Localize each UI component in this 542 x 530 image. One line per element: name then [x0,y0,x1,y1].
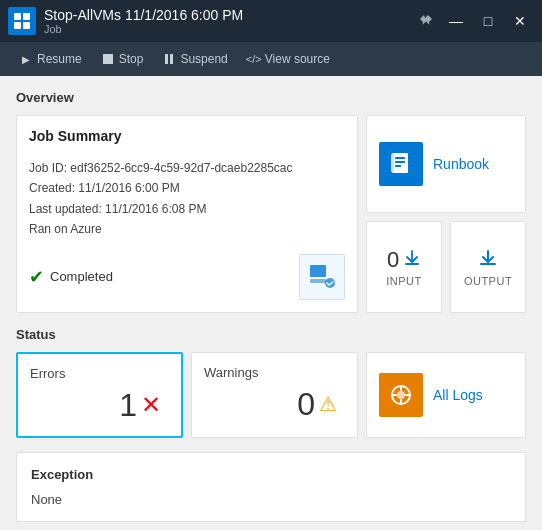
all-logs-icon-box [379,373,423,417]
svg-rect-0 [14,13,21,20]
svg-rect-11 [391,154,394,172]
window-subtitle: Job [44,23,243,35]
error-x-icon: ✕ [141,391,161,419]
runbook-card[interactable]: Runbook [366,115,526,213]
stop-icon [102,53,114,65]
status-section-label: Status [16,327,526,342]
exception-title: Exception [31,467,511,482]
warnings-value-row: 0 ⚠ [204,386,345,423]
metrics-row: 0 INPUT [366,221,526,313]
suspend-button[interactable]: Suspend [155,48,235,70]
input-value: 0 [387,247,399,273]
toolbar: ▶ Resume Stop Suspend </> View source [0,42,542,76]
errors-card[interactable]: Errors 1 ✕ [16,352,183,438]
summary-icon-box [299,254,345,300]
svg-rect-4 [310,265,326,277]
created: Created: 11/1/2016 6:00 PM [29,178,345,198]
input-label: INPUT [386,275,422,287]
svg-rect-12 [405,263,419,265]
svg-rect-3 [23,22,30,29]
svg-rect-2 [14,22,21,29]
stop-label: Stop [119,52,144,66]
all-logs-label: All Logs [433,387,483,403]
exception-card: Exception None [16,452,526,522]
status-grid: Errors 1 ✕ Warnings 0 ⚠ All Log [16,352,526,438]
warnings-value: 0 [297,386,315,423]
title-bar: Stop-AllVMs 11/1/2016 6:00 PM Job — □ ✕ [0,0,542,42]
title-bar-left: Stop-AllVMs 11/1/2016 6:00 PM Job [8,7,243,36]
job-summary-card: Job Summary Job ID: edf36252-6cc9-4c59-9… [16,115,358,313]
svg-point-15 [397,391,405,399]
input-card[interactable]: 0 INPUT [366,221,442,313]
job-id: Job ID: edf36252-6cc9-4c59-92d7-dcaeb228… [29,158,345,178]
job-summary-title: Job Summary [29,128,345,144]
completed-row: ✔ Completed [29,254,345,300]
warnings-title: Warnings [204,365,345,380]
resume-button[interactable]: ▶ Resume [12,48,90,70]
window-title: Stop-AllVMs 11/1/2016 6:00 PM [44,7,243,24]
pin-button[interactable] [414,9,438,33]
title-bar-right: — □ ✕ [414,7,534,35]
resume-label: Resume [37,52,82,66]
svg-rect-13 [480,263,496,265]
runbook-icon-box [379,142,423,186]
svg-rect-10 [395,165,401,167]
completed-label: ✔ Completed [29,266,113,288]
overview-section-label: Overview [16,90,526,105]
output-card[interactable]: Output [450,221,526,313]
svg-rect-5 [310,279,326,283]
job-details: Job ID: edf36252-6cc9-4c59-92d7-dcaeb228… [29,158,345,240]
title-info: Stop-AllVMs 11/1/2016 6:00 PM Job [44,7,243,36]
warning-icon: ⚠ [319,392,337,416]
maximize-button[interactable]: □ [474,7,502,35]
svg-rect-9 [395,161,405,163]
output-value-row [477,247,499,273]
svg-rect-8 [395,157,405,159]
overview-grid: Job Summary Job ID: edf36252-6cc9-4c59-9… [16,115,526,313]
minimize-button[interactable]: — [442,7,470,35]
view-source-label: View source [265,52,330,66]
input-icon [403,249,421,271]
errors-title: Errors [30,366,169,381]
errors-value: 1 [119,387,137,424]
exception-value: None [31,492,511,507]
completed-text: Completed [50,269,113,284]
input-value-row: 0 [387,247,421,273]
pause-icon [163,53,175,65]
close-button[interactable]: ✕ [506,7,534,35]
output-icon [477,247,499,273]
play-icon: ▶ [20,53,32,65]
svg-rect-1 [23,13,30,20]
stop-button[interactable]: Stop [94,48,152,70]
runbook-label: Runbook [433,156,489,172]
code-icon: </> [248,53,260,65]
all-logs-card[interactable]: All Logs [366,352,526,438]
view-source-button[interactable]: </> View source [240,48,338,70]
ran-on: Ran on Azure [29,219,345,239]
content-area: Overview Job Summary Job ID: edf36252-6c… [0,76,542,530]
suspend-label: Suspend [180,52,227,66]
errors-value-row: 1 ✕ [30,387,169,424]
output-label: Output [464,275,512,287]
check-icon: ✔ [29,266,44,288]
last-updated: Last updated: 11/1/2016 6:08 PM [29,199,345,219]
warnings-card[interactable]: Warnings 0 ⚠ [191,352,358,438]
app-icon [8,7,36,35]
